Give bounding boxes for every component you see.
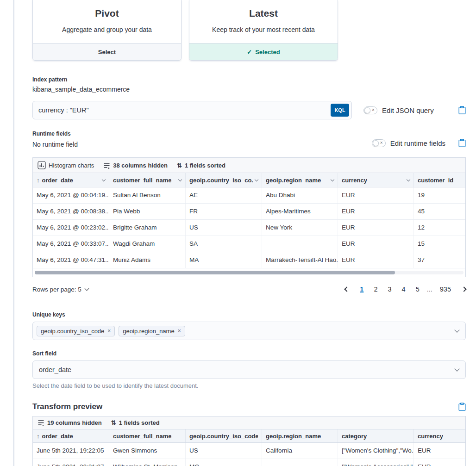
cell[interactable]: Gwen Simmons bbox=[109, 443, 186, 459]
cell[interactable]: Sultan Al Benson bbox=[109, 187, 186, 203]
column-header-order-date[interactable]: ↑ order_date bbox=[33, 429, 109, 442]
cell[interactable]: MA bbox=[186, 252, 262, 268]
pivot-select-button[interactable]: Select bbox=[33, 43, 181, 60]
page-number[interactable]: 3 bbox=[385, 285, 394, 294]
cell[interactable]: EUR bbox=[338, 204, 414, 219]
cell[interactable]: 45 bbox=[414, 204, 465, 219]
columns-icon bbox=[38, 419, 44, 426]
cell[interactable]: EUR bbox=[338, 252, 414, 268]
column-header-customer-id[interactable]: customer_id bbox=[414, 173, 465, 187]
latest-selected-button[interactable]: ✓ Selected bbox=[189, 43, 338, 60]
cell[interactable]: California bbox=[262, 443, 338, 459]
page-number[interactable]: 5 bbox=[413, 285, 422, 294]
previous-page-button[interactable] bbox=[344, 286, 350, 292]
page-number[interactable]: 1 bbox=[357, 285, 366, 294]
remove-key-icon[interactable]: × bbox=[107, 328, 111, 334]
cell[interactable]: EUR bbox=[338, 220, 414, 236]
cell[interactable]: New York bbox=[262, 220, 338, 236]
edit-runtime-fields-toggle[interactable]: × bbox=[372, 139, 386, 147]
page-number[interactable]: 4 bbox=[399, 285, 408, 294]
cell[interactable]: Abu Dhabi bbox=[262, 187, 338, 203]
remove-key-icon[interactable]: × bbox=[178, 328, 181, 334]
column-header-region-name[interactable]: geoip.region_name bbox=[262, 429, 338, 442]
cell[interactable]: 12 bbox=[414, 220, 465, 236]
histogram-charts-button[interactable]: Histogram charts bbox=[38, 161, 94, 169]
chevron-down-icon[interactable] bbox=[255, 177, 258, 181]
latest-card-title: Latest bbox=[189, 0, 338, 19]
scrollbar-thumb[interactable] bbox=[35, 271, 395, 274]
column-header-customer-full-name[interactable]: customer_full_name bbox=[109, 173, 186, 187]
cell[interactable]: ["Women's Accessories","... bbox=[338, 459, 414, 466]
chevron-down-icon[interactable] bbox=[454, 366, 459, 371]
fields-sorted-button[interactable]: ⇅ 1 fields sorted bbox=[111, 419, 160, 426]
cell[interactable]: MC bbox=[186, 459, 262, 466]
cell[interactable]: May 6, 2021 @ 00:04:19... bbox=[33, 187, 109, 203]
column-header-country-iso-code[interactable]: geoip.country_iso_code bbox=[186, 429, 262, 442]
cell[interactable] bbox=[262, 236, 338, 252]
horizontal-scrollbar[interactable] bbox=[35, 271, 463, 274]
page-number[interactable]: 2 bbox=[371, 285, 380, 294]
cell[interactable]: 19 bbox=[414, 187, 465, 203]
column-header-order-date[interactable]: ↑ order_date bbox=[33, 173, 109, 187]
rows-per-page-button[interactable]: Rows per page: 5 bbox=[32, 286, 88, 293]
cell[interactable]: Wagdi Graham bbox=[109, 236, 186, 252]
copy-preview-button[interactable] bbox=[458, 403, 466, 411]
column-header-currency[interactable]: currency bbox=[338, 173, 414, 187]
cell[interactable]: June 5th 2021, 20:21:07 bbox=[33, 459, 109, 466]
chevron-down-icon[interactable] bbox=[454, 327, 459, 332]
cell[interactable]: EUR bbox=[414, 443, 465, 459]
cell[interactable]: May 6, 2021 @ 00:33:07... bbox=[33, 236, 109, 252]
next-page-button[interactable] bbox=[461, 286, 466, 292]
cell[interactable]: Brigitte Graham bbox=[109, 220, 186, 236]
chevron-down-icon[interactable] bbox=[102, 177, 106, 181]
chevron-down-icon[interactable] bbox=[178, 177, 182, 181]
fields-sorted-button[interactable]: ⇅ 1 fields sorted bbox=[177, 162, 225, 169]
cell[interactable]: 37 bbox=[414, 252, 465, 268]
sort-field-select[interactable]: order_date bbox=[32, 360, 466, 379]
cell[interactable]: May 6, 2021 @ 00:47:31... bbox=[33, 252, 109, 268]
pivot-card[interactable]: Pivot Aggregate and group your data Sele… bbox=[32, 0, 182, 61]
copy-runtime-button[interactable] bbox=[458, 139, 466, 147]
cell[interactable]: Pia Webb bbox=[109, 204, 186, 219]
edit-json-query-toggle[interactable]: × bbox=[363, 106, 377, 114]
cell[interactable]: SA bbox=[186, 236, 262, 252]
column-header-category[interactable]: category bbox=[338, 429, 414, 442]
cell[interactable] bbox=[262, 459, 338, 466]
column-header-country-iso-code[interactable]: geoip.country_iso_co... bbox=[186, 173, 262, 187]
cell[interactable]: 15 bbox=[414, 236, 465, 252]
latest-card[interactable]: Latest Keep track of your most recent da… bbox=[189, 0, 338, 61]
columns-hidden-button[interactable]: 19 columns hidden bbox=[38, 419, 102, 426]
cell[interactable]: Muniz Adams bbox=[109, 252, 186, 268]
column-header-region-name[interactable]: geoip.region_name bbox=[262, 173, 338, 187]
cell[interactable]: Marrakech-Tensift-Al Hao... bbox=[262, 252, 338, 268]
cell[interactable]: EUR bbox=[414, 459, 465, 466]
cell[interactable]: US bbox=[186, 443, 262, 459]
cell[interactable]: AE bbox=[186, 187, 262, 203]
cell[interactable]: Wilhemina St. Morrison bbox=[109, 459, 186, 466]
column-header-currency[interactable]: currency bbox=[414, 429, 465, 442]
cell[interactable]: May 6, 2021 @ 00:08:38... bbox=[33, 204, 109, 219]
chevron-down-icon[interactable] bbox=[331, 177, 334, 181]
query-input[interactable]: currency : "EUR" KQL bbox=[32, 101, 352, 119]
cell[interactable]: EUR bbox=[338, 187, 414, 203]
source-grid-header: ↑ order_date customer_full_name geoip.co… bbox=[33, 173, 465, 187]
copy-query-button[interactable] bbox=[458, 106, 466, 114]
cell[interactable]: June 5th 2021, 19:22:05 bbox=[33, 443, 109, 459]
query-input-value: currency : "EUR" bbox=[38, 106, 89, 114]
column-header-label: order_date bbox=[42, 177, 73, 184]
chevron-down-icon[interactable] bbox=[407, 177, 410, 181]
cell[interactable]: May 6, 2021 @ 00:23:02... bbox=[33, 220, 109, 236]
cell[interactable]: ["Women's Clothing","Wo... bbox=[338, 443, 414, 459]
edit-runtime-fields-label[interactable]: Edit runtime fields bbox=[390, 139, 445, 147]
cell[interactable]: US bbox=[186, 220, 262, 236]
columns-hidden-button[interactable]: 38 columns hidden bbox=[103, 162, 168, 169]
unique-keys-combobox[interactable]: geoip.country_iso_code × geoip.region_na… bbox=[32, 322, 466, 340]
cell[interactable]: EUR bbox=[338, 236, 414, 252]
edit-json-query-label[interactable]: Edit JSON query bbox=[382, 106, 434, 114]
column-header-customer-full-name[interactable]: customer_full_name bbox=[109, 429, 186, 442]
kql-language-button[interactable]: KQL bbox=[331, 104, 349, 117]
cell[interactable]: Alpes-Maritimes bbox=[262, 204, 338, 219]
cell[interactable]: FR bbox=[186, 204, 262, 219]
chevron-down-icon bbox=[84, 286, 89, 291]
page-number[interactable]: 935 bbox=[437, 285, 454, 294]
